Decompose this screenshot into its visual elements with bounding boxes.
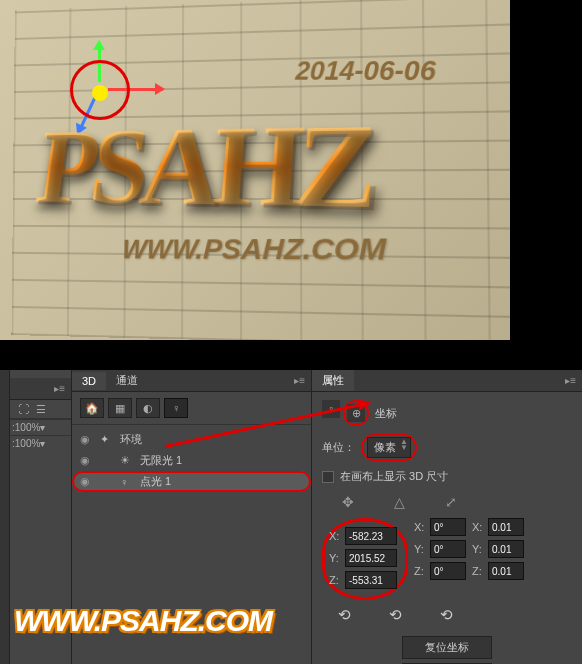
filter-scene-icon[interactable]: 🏠 bbox=[80, 398, 104, 418]
z-input[interactable] bbox=[345, 571, 397, 589]
move-icon[interactable]: ✥ bbox=[342, 494, 354, 510]
rz-label: Z: bbox=[414, 565, 428, 577]
checkbox-label: 在画布上显示 3D 尺寸 bbox=[340, 469, 448, 484]
reset-position-icon[interactable]: ⟲ bbox=[338, 606, 351, 624]
tab-channels[interactable]: 通道 bbox=[106, 370, 148, 391]
reset-coords-button[interactable]: 复位坐标 bbox=[402, 636, 492, 659]
sz-label: Z: bbox=[472, 565, 486, 577]
scale-column: X: Y: Z: bbox=[472, 518, 524, 580]
scene-item-infinite-light[interactable]: ◉ ☀ 无限光 1 bbox=[72, 450, 311, 471]
transform-mode-row: ✥ △ ⤢ bbox=[322, 494, 572, 518]
3d-panel-header: 3D 通道 ▸≡ bbox=[72, 370, 311, 392]
section-label: 坐标 bbox=[375, 406, 397, 421]
filter-material-icon[interactable]: ◐ bbox=[136, 398, 160, 418]
gizmo-origin[interactable] bbox=[92, 85, 108, 101]
sy-label: Y: bbox=[472, 543, 486, 555]
scale-icon[interactable]: ⤢ bbox=[445, 494, 457, 510]
layers-icon[interactable]: ☰ bbox=[34, 402, 48, 416]
reset-rotation-icon[interactable]: ⟲ bbox=[389, 606, 402, 624]
visibility-icon[interactable]: ◉ bbox=[80, 454, 94, 467]
props-header: 属性 ▸≡ bbox=[312, 370, 582, 392]
sy-input[interactable] bbox=[488, 540, 524, 558]
tab-properties[interactable]: 属性 bbox=[312, 370, 354, 391]
rx-label: X: bbox=[414, 521, 428, 533]
infinite-light-icon: ☀ bbox=[120, 454, 134, 467]
ry-input[interactable] bbox=[430, 540, 466, 558]
rotation-column: X: Y: Z: bbox=[414, 518, 466, 580]
item-label: 环境 bbox=[120, 432, 142, 447]
action-buttons: 复位坐标 移到地面 bbox=[322, 630, 572, 664]
opacity-value: 100% bbox=[15, 422, 41, 433]
visibility-icon[interactable]: ◉ bbox=[80, 475, 94, 488]
reset-icons-row: ⟲ ⟲ ⟲ bbox=[322, 600, 572, 630]
select-arrows-icon: ▲▼ bbox=[400, 439, 408, 451]
unit-label: 单位： bbox=[322, 440, 355, 455]
tab-3d[interactable]: 3D bbox=[72, 372, 106, 390]
sx-label: X: bbox=[472, 521, 486, 533]
item-label: 点光 1 bbox=[140, 474, 171, 489]
scene-list: ◉ ✦ 环境 ◉ ☀ 无限光 1 ◉ ♀ 点光 1 bbox=[72, 425, 311, 496]
main-3d-text: PSAHZ bbox=[30, 97, 373, 237]
mini-header: ▸≡ bbox=[10, 378, 71, 400]
rx-input[interactable] bbox=[430, 518, 466, 536]
panel-menu-icon[interactable]: ▸≡ bbox=[288, 375, 311, 386]
x-input[interactable] bbox=[345, 527, 397, 545]
position-column: X: Y: Z: bbox=[329, 527, 397, 589]
filter-mesh-icon[interactable]: ▦ bbox=[108, 398, 132, 418]
rz-input[interactable] bbox=[430, 562, 466, 580]
date-3d-text: 2014-06-06 bbox=[295, 55, 436, 88]
show-3d-row[interactable]: 在画布上显示 3D 尺寸 bbox=[322, 469, 572, 484]
visibility-icon[interactable]: ◉ bbox=[80, 433, 94, 446]
z-label: Z: bbox=[329, 574, 343, 586]
x-label: X: bbox=[329, 530, 343, 542]
filter-row: 🏠 ▦ ◐ ♀ bbox=[72, 392, 311, 425]
panel-edge bbox=[0, 370, 10, 664]
sub-3d-text: WWW.PSAHZ.COM bbox=[121, 231, 387, 267]
item-label: 无限光 1 bbox=[140, 453, 182, 468]
panel-menu-icon[interactable]: ▸≡ bbox=[559, 375, 582, 386]
sz-input[interactable] bbox=[488, 562, 524, 580]
crop-icon[interactable]: ⛶ bbox=[16, 402, 30, 416]
opacity-row[interactable]: : 100% ▾ bbox=[10, 419, 71, 435]
ry-label: Y: bbox=[414, 543, 428, 555]
sx-input[interactable] bbox=[488, 518, 524, 536]
y-label: Y: bbox=[329, 552, 343, 564]
reset-scale-icon[interactable]: ⟲ bbox=[440, 606, 453, 624]
fill-value: 100% bbox=[15, 438, 41, 449]
canvas-preview: 2014-06-06 PSAHZ WWW.PSAHZ.COM bbox=[0, 0, 510, 340]
unit-value: 像素 bbox=[374, 441, 396, 453]
panel-menu-icon[interactable]: ▸≡ bbox=[48, 383, 71, 394]
unit-row: 单位： 像素 ▲▼ bbox=[322, 434, 572, 461]
y-input[interactable] bbox=[345, 549, 397, 567]
unit-select[interactable]: 像素 ▲▼ bbox=[367, 437, 411, 458]
properties-panel: 属性 ▸≡ ♀ ⊕ 坐标 单位： 像素 ▲▼ bbox=[312, 370, 582, 664]
fill-row[interactable]: : 100% ▾ bbox=[10, 435, 71, 451]
filter-light-icon[interactable]: ♀ bbox=[164, 398, 188, 418]
environment-icon: ✦ bbox=[100, 433, 114, 446]
point-light-icon: ♀ bbox=[120, 476, 134, 488]
checkbox[interactable] bbox=[322, 471, 334, 483]
watermark: WWW.PSAHZ.COM bbox=[14, 604, 272, 638]
scene-item-point-light[interactable]: ◉ ♀ 点光 1 bbox=[72, 471, 311, 492]
rotate-icon[interactable]: △ bbox=[394, 494, 405, 510]
